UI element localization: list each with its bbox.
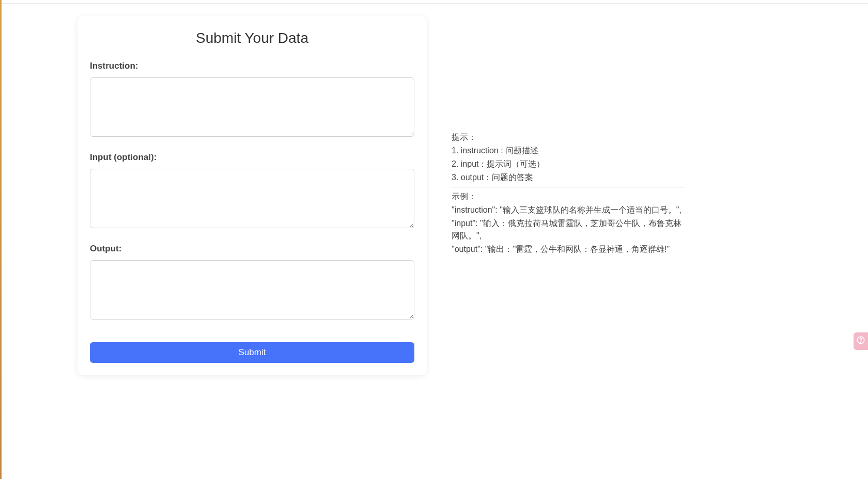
output-label: Output: [90,244,414,254]
left-edge-accent [0,0,2,479]
instruction-group: Instruction: [90,61,414,139]
input-group: Input (optional): [90,152,414,230]
hints-item: 1. instruction : 问题描述 [452,145,684,157]
hints-list: 1. instruction : 问题描述 2. input：提示词（可选） 3… [452,145,684,184]
form-title: Submit Your Data [90,30,414,46]
example-line: "input": "输入：俄克拉荷马城雷霆队，芝加哥公牛队，布鲁克林网队。", [452,217,684,242]
hints-title: 提示： [452,131,684,143]
submit-button[interactable]: Submit [90,342,414,363]
hints-item: 3. output：问题的答案 [452,171,684,184]
example-line: "output": "输出："雷霆，公牛和网队：各显神通，角逐群雄!" [452,243,684,256]
main-container: Submit Your Data Instruction: Input (opt… [0,0,868,375]
top-border [2,3,868,4]
output-group: Output: [90,244,414,322]
hints-item: 2. input：提示词（可选） [452,158,684,170]
input-textarea[interactable] [90,169,414,228]
hints-panel: 提示： 1. instruction : 问题描述 2. input：提示词（可… [452,131,684,257]
instruction-label: Instruction: [90,61,414,71]
example-line: "instruction": "输入三支篮球队的名称并生成一个适当的口号。", [452,204,684,216]
floating-help-widget[interactable] [854,332,868,350]
form-card: Submit Your Data Instruction: Input (opt… [78,15,427,375]
output-textarea[interactable] [90,260,414,320]
instruction-textarea[interactable] [90,77,414,137]
help-icon [856,336,865,347]
hints-divider [452,187,684,187]
example-title: 示例： [452,190,684,203]
svg-point-1 [860,342,861,342]
input-label: Input (optional): [90,152,414,163]
